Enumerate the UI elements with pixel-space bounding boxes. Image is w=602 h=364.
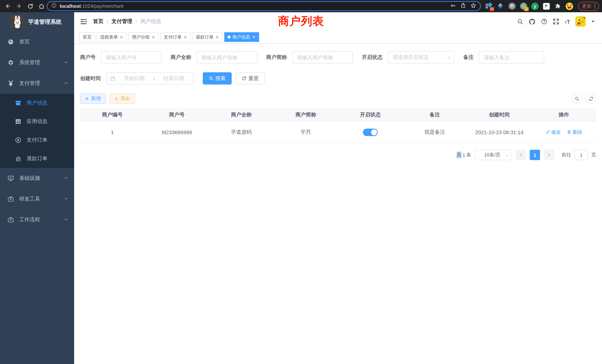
home-icon[interactable]	[39, 3, 44, 9]
sidebar-item-pay-order[interactable]: 支付订单	[0, 131, 74, 149]
column-header: 备注	[403, 111, 467, 118]
delete-button[interactable]: 删除	[567, 129, 582, 136]
forward-icon[interactable]	[16, 3, 22, 9]
close-icon[interactable]	[152, 35, 155, 39]
close-icon[interactable]	[215, 35, 219, 39]
breadcrumb: 首页 / 支付管理 / 商户信息	[93, 18, 161, 25]
merchant-table: 商户编号 商户号 商户全称 商户简称 开启状态 备注 创建时间 操作 1 M23…	[80, 108, 596, 143]
cell-remark: 我是备注	[403, 129, 467, 136]
export-button[interactable]: 导出	[109, 93, 135, 104]
tab-pay-order[interactable]: 支付订单	[161, 32, 191, 42]
browser-toolbar: localhost:1024/pay/merchant 10 ⌘ 1 y	[0, 0, 602, 12]
font-size-icon[interactable]: TT	[565, 19, 570, 24]
yen-icon	[7, 80, 14, 87]
chevron-down-icon	[64, 175, 68, 181]
search-button[interactable]: 搜索	[203, 72, 232, 85]
chevron-down-icon	[505, 153, 509, 157]
sidebar-item-merchant-info[interactable]: 商户信息	[0, 94, 74, 112]
close-icon[interactable]	[183, 35, 187, 39]
url-bar[interactable]: localhost:1024/pay/merchant	[47, 1, 481, 11]
back-icon[interactable]	[4, 3, 11, 9]
refresh-table-button[interactable]	[586, 93, 596, 104]
tab-refund-order[interactable]: 退款订单	[192, 32, 222, 42]
refresh-icon	[242, 76, 247, 81]
tab-home[interactable]: 首页	[79, 32, 95, 42]
help-icon[interactable]	[541, 18, 548, 25]
status-toggle[interactable]	[363, 128, 378, 136]
remark-input[interactable]	[479, 51, 544, 63]
merchant-no-input[interactable]	[101, 51, 162, 63]
start-date[interactable]: 开始日期	[118, 75, 150, 82]
bookmark-star-icon[interactable]	[470, 2, 476, 10]
profile-avatar-icon[interactable]	[566, 2, 573, 10]
tab-user-group[interactable]: 用户分组	[129, 32, 159, 42]
table-toolbar: 新增 导出	[80, 93, 596, 104]
browser-update-menu[interactable]: 更新	[578, 2, 599, 11]
sidebar-item-refund-order[interactable]: 退款订单	[0, 149, 74, 168]
breadcrumb-home[interactable]: 首页	[93, 18, 103, 25]
browser-menu-icon[interactable]	[594, 4, 595, 9]
sidebar-item-workflow[interactable]: 工作流程	[0, 209, 74, 230]
close-icon[interactable]	[252, 35, 256, 39]
user-avatar[interactable]	[575, 16, 586, 27]
chevron-left-icon	[519, 153, 523, 157]
create-time-label: 创建时间	[80, 75, 101, 82]
column-header: 创建时间	[467, 111, 532, 118]
tab-process-form[interactable]: 流程表单	[97, 32, 127, 42]
header-search-icon[interactable]	[517, 18, 524, 25]
show-search-button[interactable]	[572, 93, 582, 104]
sidebar-item-app-info[interactable]: 应用信息	[0, 112, 74, 131]
calendar-icon	[110, 76, 115, 81]
prev-page-button[interactable]	[516, 150, 526, 160]
page-size-select[interactable]: 10条/页	[475, 150, 512, 160]
tab-merchant-info[interactable]: 商户信息	[224, 32, 259, 42]
extension-command-icon[interactable]: ⌘	[508, 2, 516, 10]
edit-button[interactable]: 修改	[545, 129, 561, 136]
short-name-label: 商户简称	[266, 54, 287, 61]
cell-created-at: 2021-10-23 08:31:14	[467, 129, 532, 135]
page-number-button[interactable]: 1	[530, 150, 540, 160]
full-name-input[interactable]	[196, 51, 257, 63]
close-icon[interactable]	[120, 35, 123, 39]
sidebar-item-home[interactable]: 首页	[0, 32, 74, 52]
share-icon[interactable]	[460, 3, 466, 10]
create-time-range-picker[interactable]: 开始日期 - 结束日期	[106, 72, 194, 85]
yen-circle-icon	[15, 137, 22, 143]
column-header: 操作	[532, 111, 596, 118]
extensions-puzzle-icon[interactable]	[554, 2, 562, 10]
breadcrumb-payment[interactable]: 支付管理	[112, 18, 132, 25]
site-info-icon[interactable]	[51, 3, 57, 10]
key-icon[interactable]	[450, 2, 456, 10]
sidebar-item-dev-tools[interactable]: 研发工具	[0, 189, 74, 209]
short-name-input[interactable]	[292, 51, 353, 63]
status-select[interactable]: 请选择开启状态	[388, 51, 454, 63]
end-date[interactable]: 结束日期	[158, 75, 190, 82]
column-header: 商户号	[145, 111, 209, 118]
cell-merchant-no: M233666999	[145, 129, 209, 135]
extension-kite-icon[interactable]	[497, 2, 504, 10]
github-icon[interactable]	[529, 18, 536, 25]
chevron-down-icon	[64, 217, 68, 223]
add-button[interactable]: 新增	[80, 93, 106, 104]
table-row: 1 M233666999 芋道源码 芋艿 我是备注 2021-10-23 08:…	[80, 122, 596, 143]
sidebar-item-system[interactable]: 系统管理	[0, 52, 74, 73]
page-content: 商户号 商户全称 商户简称 开启状态 请选择开启状态	[74, 44, 602, 364]
extension-flag-icon[interactable]	[543, 2, 550, 10]
caret-down-icon[interactable]	[591, 19, 595, 24]
search-icon	[574, 96, 579, 101]
extension-blocks-icon[interactable]: 10	[485, 2, 493, 10]
reset-button[interactable]: 重置	[236, 72, 265, 85]
fullscreen-icon[interactable]	[553, 18, 559, 25]
chevron-down-icon	[64, 60, 68, 66]
sidebar-item-infrastructure[interactable]: 基础设施	[0, 168, 74, 189]
extension-green-y-icon[interactable]: y	[531, 2, 539, 10]
grid-icon	[15, 118, 22, 125]
extension-recorder-icon[interactable]: 1	[520, 2, 527, 10]
column-header: 商户全称	[209, 111, 274, 118]
reload-icon[interactable]	[27, 3, 33, 9]
goto-page-input[interactable]	[574, 150, 588, 160]
sidebar-collapse-icon[interactable]	[80, 18, 87, 25]
next-page-button[interactable]	[544, 150, 554, 160]
sidebar-item-payment[interactable]: 支付管理	[0, 73, 74, 94]
chevron-right-icon	[547, 153, 551, 157]
